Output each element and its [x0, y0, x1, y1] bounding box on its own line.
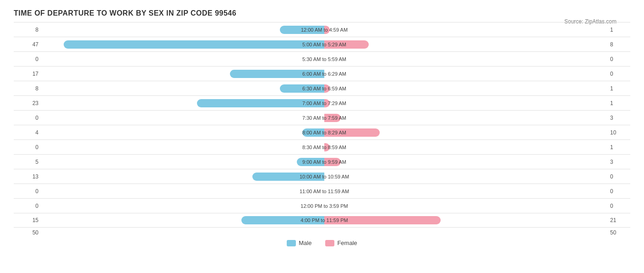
bar-area: 12:00 PM to 3:59 PM [41, 199, 607, 213]
male-value: 0 [14, 115, 41, 121]
male-swatch [287, 240, 296, 246]
male-value: 13 [14, 173, 41, 180]
male-bar [230, 70, 324, 78]
female-value: 0 [607, 188, 630, 195]
female-value: 0 [607, 71, 630, 77]
chart-row: 07:30 AM to 7:59 AM3 [14, 110, 630, 125]
chart-row: 59:00 AM to 9:59 AM3 [14, 154, 630, 169]
female-value: 0 [607, 203, 630, 209]
female-bar [324, 114, 341, 122]
female-value: 21 [607, 217, 630, 223]
chart-row: 011:00 AM to 11:59 AM0 [14, 184, 630, 198]
male-value: 0 [14, 188, 41, 195]
legend-male: Male [287, 240, 311, 246]
bar-area: 5:30 AM to 5:59 AM [41, 52, 607, 66]
male-value: 47 [14, 41, 41, 48]
bars-wrapper: 4:00 PM to 11:59 PM [41, 213, 607, 227]
female-bar [324, 158, 341, 166]
chart-container: 812:00 AM to 4:59 AM1475:00 AM to 5:29 A… [14, 22, 630, 228]
axis-left-label: 50 [14, 229, 41, 236]
bar-area: 11:00 AM to 11:59 AM [41, 184, 607, 198]
female-bar [324, 143, 330, 151]
bars-wrapper: 6:00 AM to 6:29 AM [41, 67, 607, 81]
legend: Male Female [14, 240, 630, 246]
female-bar [324, 26, 330, 34]
female-value: 1 [607, 100, 630, 106]
male-bar [297, 158, 324, 166]
male-bar [197, 99, 324, 107]
female-value: 3 [607, 115, 630, 121]
time-label: 12:00 PM to 3:59 PM [300, 203, 348, 209]
female-value: 0 [607, 56, 630, 62]
male-value: 15 [14, 217, 41, 223]
bars-wrapper: 7:30 AM to 7:59 AM [41, 111, 607, 125]
chart-row: 154:00 PM to 11:59 PM21 [14, 213, 630, 228]
female-value: 3 [607, 159, 630, 165]
male-value: 0 [14, 144, 41, 150]
female-value: 0 [607, 173, 630, 180]
bars-wrapper: 11:00 AM to 11:59 AM [41, 184, 607, 198]
female-bar [324, 40, 369, 49]
bar-area: 8:30 AM to 8:59 AM [41, 140, 607, 154]
male-value: 17 [14, 71, 41, 77]
bars-wrapper: 5:30 AM to 5:59 AM [41, 52, 607, 66]
bars-wrapper: 5:00 AM to 5:29 AM [41, 37, 607, 51]
bars-wrapper: 9:00 AM to 9:59 AM [41, 155, 607, 169]
bars-wrapper: 8:30 AM to 8:59 AM [41, 140, 607, 154]
chart-row: 08:30 AM to 8:59 AM1 [14, 139, 630, 154]
bars-wrapper: 8:00 AM to 8:29 AM [41, 125, 607, 139]
female-swatch [325, 240, 334, 246]
time-label: 11:00 AM to 11:59 AM [300, 189, 349, 194]
female-bar [324, 216, 441, 224]
male-bar [241, 216, 324, 224]
axis-row: 50 50 [14, 229, 630, 236]
chart-row: 812:00 AM to 4:59 AM1 [14, 22, 630, 37]
bar-area: 4:00 PM to 11:59 PM [41, 213, 607, 227]
bars-wrapper: 10:00 AM to 10:59 AM [41, 169, 607, 184]
bars-wrapper: 6:30 AM to 6:59 AM [41, 81, 607, 95]
bars-wrapper: 12:00 PM to 3:59 PM [41, 199, 607, 213]
chart-row: 475:00 AM to 5:29 AM8 [14, 37, 630, 51]
bar-area: 6:30 AM to 6:59 AM [41, 81, 607, 95]
female-value: 1 [607, 85, 630, 92]
bar-area: 7:00 AM to 7:29 AM [41, 96, 607, 110]
bar-area: 7:30 AM to 7:59 AM [41, 111, 607, 125]
header: TIME OF DEPARTURE TO WORK BY SEX IN ZIP … [14, 9, 630, 17]
female-bar [324, 99, 330, 107]
bar-area: 12:00 AM to 4:59 AM [41, 22, 607, 37]
time-label: 5:30 AM to 5:59 AM [302, 56, 346, 62]
female-value: 8 [607, 41, 630, 48]
male-bar [64, 40, 324, 49]
male-value: 0 [14, 203, 41, 209]
female-bar [324, 128, 380, 137]
bar-area: 10:00 AM to 10:59 AM [41, 169, 607, 184]
male-value: 8 [14, 85, 41, 92]
chart-row: 237:00 AM to 7:29 AM1 [14, 95, 630, 110]
male-label: Male [299, 240, 311, 246]
chart-row: 48:00 AM to 8:29 AM10 [14, 125, 630, 139]
male-value: 23 [14, 100, 41, 106]
female-label: Female [337, 240, 357, 246]
axis-right-label: 50 [607, 229, 630, 236]
bar-area: 9:00 AM to 9:59 AM [41, 155, 607, 169]
chart-title: TIME OF DEPARTURE TO WORK BY SEX IN ZIP … [14, 9, 630, 17]
female-value: 1 [607, 27, 630, 33]
female-bar [324, 84, 330, 93]
bar-area: 8:00 AM to 8:29 AM [41, 125, 607, 139]
chart-row: 012:00 PM to 3:59 PM0 [14, 198, 630, 213]
male-value: 8 [14, 27, 41, 33]
bars-wrapper: 12:00 AM to 4:59 AM [41, 22, 607, 37]
bar-area: 5:00 AM to 5:29 AM [41, 37, 607, 51]
male-bar [302, 128, 324, 137]
legend-female: Female [325, 240, 357, 246]
chart-row: 1310:00 AM to 10:59 AM0 [14, 169, 630, 184]
chart-row: 05:30 AM to 5:59 AM0 [14, 51, 630, 66]
bars-wrapper: 7:00 AM to 7:29 AM [41, 96, 607, 110]
female-value: 1 [607, 144, 630, 150]
male-bar [252, 173, 324, 181]
male-value: 0 [14, 56, 41, 62]
chart-row: 176:00 AM to 6:29 AM0 [14, 66, 630, 81]
chart-row: 86:30 AM to 6:59 AM1 [14, 81, 630, 95]
bar-area: 6:00 AM to 6:29 AM [41, 67, 607, 81]
male-bar [280, 84, 324, 93]
